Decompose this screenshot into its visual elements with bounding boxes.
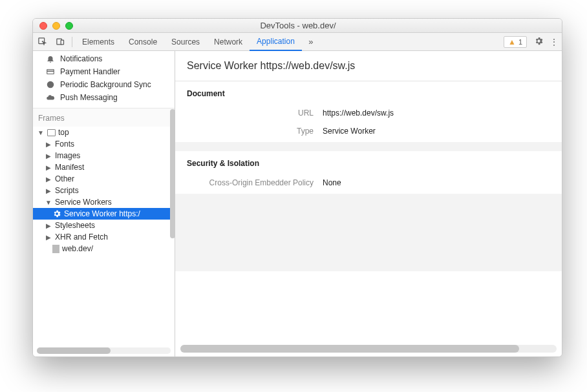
tree-label: Other (55, 174, 74, 183)
tree-item-file[interactable]: web.dev/ (33, 243, 175, 254)
settings-icon[interactable] (531, 36, 546, 48)
chevron-right-icon: ▶ (45, 187, 52, 194)
document-section: Document URL https://web.dev/sw.js Type … (175, 81, 562, 151)
tree-item-scripts[interactable]: ▶Scripts (33, 185, 175, 196)
application-sidebar: Notifications Payment Handler Periodic B… (33, 51, 175, 356)
devtools-window: DevTools - web.dev/ Elements Console Sou… (32, 18, 562, 357)
panel-tabs: Elements Console Sources Network Applica… (75, 33, 302, 50)
cloud-icon (46, 93, 55, 102)
security-heading: Security & Isolation (175, 151, 562, 176)
type-label: Type (187, 127, 323, 136)
tree-item-service-workers[interactable]: ▼Service Workers (33, 196, 175, 208)
svg-rect-4 (47, 70, 54, 72)
sidebar-item-payment-handler[interactable]: Payment Handler (33, 65, 175, 78)
security-section: Security & Isolation Cross-Origin Embedd… (175, 151, 562, 271)
warning-icon: ▲ (508, 37, 516, 46)
sidebar-item-periodic-sync[interactable]: Periodic Background Sync (33, 78, 175, 91)
sidebar-item-notifications[interactable]: Notifications (33, 52, 175, 65)
tree-item-top[interactable]: ▼ top (33, 127, 175, 138)
tree-item-stylesheets[interactable]: ▶Stylesheets (33, 220, 175, 231)
frames-tree: ▼ top ▶Fonts ▶Images ▶Manifest ▶Other ▶S… (33, 127, 175, 258)
traffic-lights (33, 22, 73, 30)
tree-label: XHR and Fetch (55, 232, 108, 242)
tree-label: Images (55, 151, 80, 160)
bell-icon (46, 54, 55, 63)
chevron-down-icon: ▼ (45, 199, 52, 206)
sidebar-item-label: Push Messaging (60, 93, 118, 102)
tree-label: Scripts (55, 186, 79, 195)
tab-elements[interactable]: Elements (75, 33, 122, 50)
warning-count: 1 (518, 38, 522, 46)
coep-label: Cross-Origin Embedder Policy (187, 178, 323, 187)
frames-section-title: Frames (33, 108, 175, 127)
tree-label: Manifest (55, 163, 84, 172)
tree-item-manifest[interactable]: ▶Manifest (33, 161, 175, 173)
url-label: URL (187, 108, 323, 118)
tab-console[interactable]: Console (122, 33, 164, 50)
details-pane: Service Worker https://web.dev/sw.js Doc… (175, 51, 562, 356)
chevron-right-icon: ▶ (45, 152, 52, 160)
sidebar-horizontal-scrollbar[interactable] (37, 347, 171, 354)
tree-label: top (58, 128, 69, 137)
more-menu-icon[interactable]: ⋮ (546, 37, 562, 47)
tab-application[interactable]: Application (250, 33, 302, 51)
sidebar-item-push-messaging[interactable]: Push Messaging (33, 91, 175, 104)
coep-value: None (323, 178, 341, 187)
tree-item-service-worker-selected[interactable]: Service Worker https:/ (33, 208, 175, 220)
url-value: https://web.dev/sw.js (323, 108, 394, 118)
sidebar-vertical-scrollbar[interactable] (170, 57, 175, 344)
tab-sources[interactable]: Sources (164, 33, 207, 50)
type-value: Service Worker (323, 127, 376, 136)
sidebar-item-label: Notifications (60, 54, 102, 63)
frame-icon (47, 129, 56, 136)
document-heading: Document (175, 81, 562, 106)
file-icon (52, 245, 59, 253)
tree-item-other[interactable]: ▶Other (33, 173, 175, 185)
tree-label: Service Worker https:/ (64, 209, 140, 218)
tree-item-xhr-fetch[interactable]: ▶XHR and Fetch (33, 231, 175, 243)
tree-label: Service Workers (55, 198, 112, 207)
chevron-right-icon: ▶ (45, 222, 52, 229)
chevron-right-icon: ▶ (45, 141, 52, 148)
more-tabs-button[interactable]: » (302, 33, 320, 51)
sidebar-item-label: Payment Handler (60, 67, 120, 76)
tree-label: web.dev/ (62, 244, 93, 253)
tree-item-fonts[interactable]: ▶Fonts (33, 138, 175, 150)
gear-icon (52, 209, 61, 218)
main-horizontal-scrollbar[interactable] (180, 345, 557, 353)
window-title: DevTools - web.dev/ (73, 21, 562, 30)
details-title: Service Worker https://web.dev/sw.js (175, 51, 562, 81)
svg-rect-2 (61, 40, 63, 45)
chevron-right-icon: ▶ (45, 234, 52, 241)
zoom-window-button[interactable] (65, 22, 73, 30)
chevron-right-icon: ▶ (45, 176, 52, 183)
clock-icon (46, 80, 55, 89)
sidebar-item-label: Periodic Background Sync (60, 80, 151, 89)
chevron-down-icon: ▼ (37, 129, 45, 136)
device-toggle-icon[interactable] (51, 33, 69, 51)
close-window-button[interactable] (39, 22, 47, 30)
inspect-element-icon[interactable] (33, 33, 51, 51)
card-icon (46, 67, 55, 76)
minimize-window-button[interactable] (52, 22, 60, 30)
tree-item-images[interactable]: ▶Images (33, 150, 175, 161)
tree-label: Fonts (55, 139, 74, 149)
chevron-right-icon: ▶ (45, 164, 52, 171)
tree-label: Stylesheets (55, 221, 95, 230)
devtools-toolbar: Elements Console Sources Network Applica… (33, 33, 562, 51)
warnings-badge[interactable]: ▲ 1 (504, 36, 527, 48)
titlebar: DevTools - web.dev/ (33, 19, 562, 33)
tab-network[interactable]: Network (207, 33, 250, 50)
